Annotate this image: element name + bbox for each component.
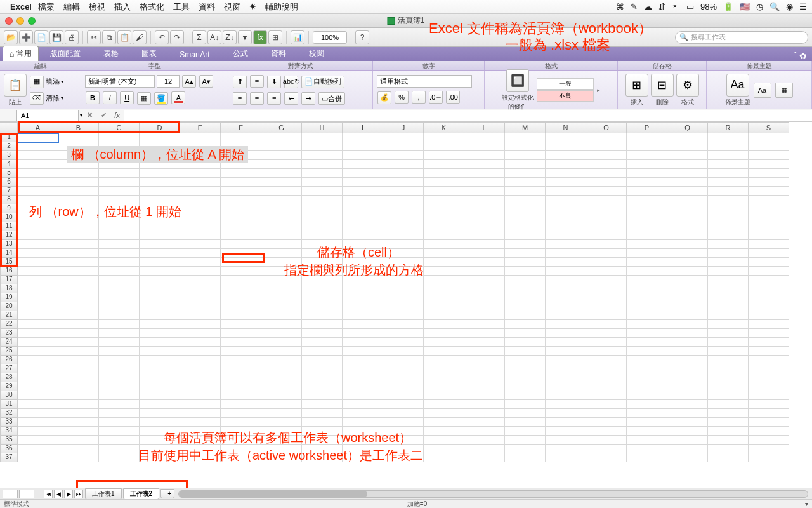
cell[interactable] <box>667 302 708 311</box>
cell[interactable] <box>424 169 464 178</box>
cell[interactable] <box>58 329 99 338</box>
copy-button[interactable]: ⧉ <box>102 30 116 44</box>
cell[interactable] <box>261 249 302 258</box>
cell[interactable] <box>667 258 708 267</box>
cell[interactable] <box>627 187 667 196</box>
cell[interactable] <box>546 382 586 391</box>
cell[interactable] <box>505 293 546 302</box>
row-header-21[interactable]: 21 <box>0 311 18 320</box>
cell[interactable] <box>586 151 627 160</box>
align-bottom-button[interactable]: ⬇ <box>267 76 281 88</box>
menu-file[interactable]: 檔案 <box>38 1 55 13</box>
cell[interactable] <box>302 427 343 436</box>
cell[interactable] <box>749 178 789 187</box>
cell[interactable] <box>383 151 424 160</box>
cell[interactable] <box>586 329 627 338</box>
cell[interactable] <box>140 151 180 160</box>
font-name-combo[interactable]: 新細明體 (本文) <box>85 75 155 88</box>
cell[interactable] <box>180 196 221 204</box>
col-header-C[interactable]: C <box>99 122 140 133</box>
cell[interactable] <box>667 329 708 338</box>
indent-inc-button[interactable]: ⇥ <box>301 92 315 105</box>
cell[interactable] <box>708 382 749 391</box>
cell[interactable] <box>586 356 627 364</box>
cell[interactable] <box>708 364 749 373</box>
tab-smartart[interactable]: SmartArt <box>168 48 221 61</box>
status-icon[interactable]: ⌘ <box>616 2 624 11</box>
underline-button[interactable]: U <box>120 91 134 104</box>
cell[interactable] <box>749 169 789 178</box>
cell[interactable] <box>99 329 140 338</box>
cell[interactable] <box>221 373 261 382</box>
cell[interactable] <box>58 356 99 364</box>
paste-button[interactable]: 📋 <box>117 30 131 44</box>
sheet-tab-add[interactable]: + <box>160 489 174 498</box>
cell[interactable] <box>99 418 140 427</box>
cell[interactable] <box>140 338 180 347</box>
cell[interactable] <box>586 302 627 311</box>
cell[interactable] <box>302 133 343 142</box>
cell[interactable] <box>708 142 749 151</box>
cell[interactable] <box>708 267 749 276</box>
cell[interactable] <box>383 276 424 284</box>
cell[interactable] <box>749 356 789 364</box>
cell[interactable] <box>708 320 749 329</box>
cell[interactable] <box>180 427 221 436</box>
confirm-entry-icon[interactable]: ✔ <box>98 110 109 121</box>
cell[interactable] <box>464 142 505 151</box>
cell[interactable] <box>546 151 586 160</box>
cell[interactable] <box>140 258 180 267</box>
cell[interactable] <box>505 249 546 258</box>
cell[interactable] <box>708 169 749 178</box>
cell[interactable] <box>261 302 302 311</box>
cell[interactable] <box>343 427 383 436</box>
cell[interactable] <box>586 160 627 169</box>
cell[interactable] <box>708 338 749 347</box>
sort-desc-button[interactable]: Z↓ <box>223 30 237 44</box>
cell[interactable] <box>18 320 58 329</box>
cell[interactable] <box>18 151 58 160</box>
cell[interactable] <box>586 338 627 347</box>
fill-color-button[interactable]: 🪣 <box>154 92 168 105</box>
cell[interactable] <box>749 373 789 382</box>
cell[interactable] <box>383 329 424 338</box>
cell[interactable] <box>383 249 424 258</box>
cell[interactable] <box>424 418 464 427</box>
cell[interactable] <box>343 142 383 151</box>
cell[interactable] <box>18 329 58 338</box>
cell[interactable] <box>708 276 749 284</box>
cell[interactable] <box>221 293 261 302</box>
tab-home[interactable]: ⌂常用 <box>3 46 39 61</box>
cell[interactable] <box>586 222 627 231</box>
cell[interactable] <box>58 418 99 427</box>
cell[interactable] <box>667 213 708 222</box>
cell[interactable] <box>627 267 667 276</box>
cell[interactable] <box>99 453 140 462</box>
cell[interactable] <box>383 302 424 311</box>
cell[interactable] <box>627 151 667 160</box>
cell[interactable] <box>302 151 343 160</box>
cell[interactable] <box>58 258 99 267</box>
cell[interactable] <box>99 222 140 231</box>
cell[interactable] <box>749 364 789 373</box>
cell[interactable] <box>749 293 789 302</box>
cell[interactable] <box>749 160 789 169</box>
cell[interactable] <box>424 444 464 453</box>
cell[interactable] <box>140 249 180 258</box>
cell[interactable] <box>749 409 789 418</box>
cell[interactable] <box>58 196 99 204</box>
cell[interactable] <box>140 329 180 338</box>
cell[interactable] <box>586 249 627 258</box>
cell[interactable] <box>180 382 221 391</box>
cell[interactable] <box>343 276 383 284</box>
cell[interactable] <box>302 409 343 418</box>
cell[interactable] <box>424 151 464 160</box>
menu-tools[interactable]: 工具 <box>173 1 190 13</box>
cell[interactable] <box>546 187 586 196</box>
row-header-18[interactable]: 18 <box>0 284 18 293</box>
cell[interactable] <box>140 240 180 249</box>
style-normal[interactable]: 一般 <box>537 78 594 90</box>
cell[interactable] <box>261 169 302 178</box>
cell[interactable] <box>749 338 789 347</box>
row-header-26[interactable]: 26 <box>0 356 18 364</box>
